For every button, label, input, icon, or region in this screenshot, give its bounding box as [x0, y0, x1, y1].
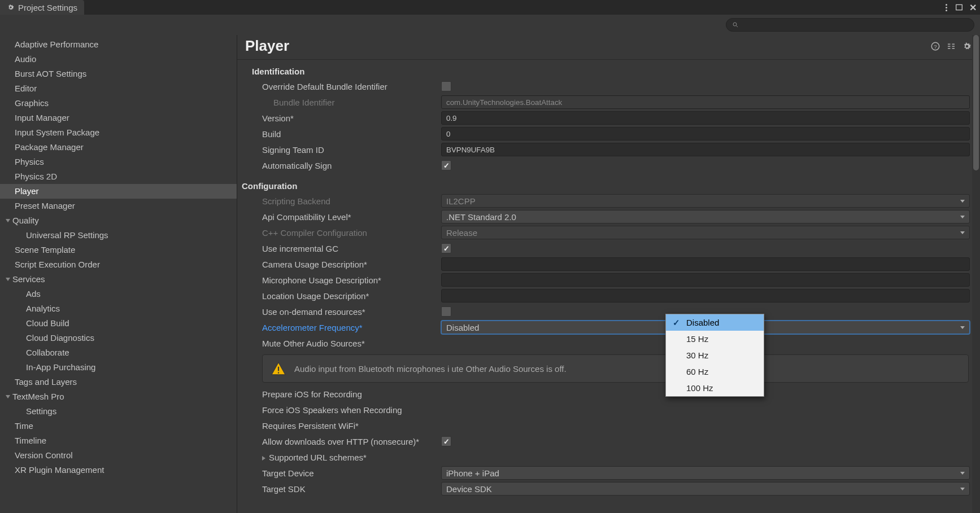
sidebar-group[interactable]: TextMesh Pro: [0, 389, 237, 404]
warning-box: Audio input from Bluetooth microphones i…: [262, 354, 969, 383]
sidebar-item[interactable]: Graphics: [0, 96, 237, 111]
auto-sign-checkbox[interactable]: [441, 160, 451, 170]
dropdown-option[interactable]: 100 Hz: [666, 380, 764, 396]
sidebar-item[interactable]: Editor: [0, 81, 237, 96]
help-icon[interactable]: ?: [930, 41, 940, 51]
label: Accelerometer Frequency*: [252, 323, 441, 332]
gear-icon: [7, 3, 15, 11]
camera-desc-input[interactable]: [441, 257, 970, 271]
dropdown-option[interactable]: 30 Hz: [666, 347, 764, 363]
sidebar-group[interactable]: Services: [0, 272, 237, 287]
row-auto-sign: Automatically Sign: [252, 157, 974, 173]
label: Version*: [252, 113, 441, 123]
label: Scripting Backend: [252, 196, 441, 206]
row-url-schemes: Supported URL schemes*: [252, 449, 974, 465]
sidebar-item[interactable]: Cloud Build: [0, 316, 237, 331]
maximize-icon[interactable]: [955, 3, 964, 12]
sidebar-label: TextMesh Pro: [12, 391, 64, 403]
sidebar-item[interactable]: Burst AOT Settings: [0, 67, 237, 81]
row-target-device: Target Device iPhone + iPad: [252, 465, 974, 481]
incremental-gc-checkbox[interactable]: [441, 243, 451, 253]
label: Microphone Usage Description*: [252, 275, 441, 285]
sidebar-item[interactable]: Package Manager: [0, 140, 237, 155]
row-accel-freq: Accelerometer Frequency* Disabled: [252, 319, 974, 335]
row-signing-team: Signing Team ID: [252, 142, 974, 157]
scroll-thumb[interactable]: [973, 35, 979, 170]
svg-rect-5: [278, 367, 279, 371]
sidebar-item[interactable]: Audio: [0, 52, 237, 67]
row-build: Build: [252, 126, 974, 142]
label: Mute Other Audio Sources*: [252, 339, 441, 348]
sidebar-item[interactable]: XR Plugin Management: [0, 463, 237, 477]
label: Target SDK: [252, 484, 441, 494]
sidebar-item[interactable]: Adaptive Performance: [0, 37, 237, 52]
sidebar-item[interactable]: Preset Manager: [0, 199, 237, 213]
sidebar-item[interactable]: Tags and Layers: [0, 375, 237, 389]
sidebar-item[interactable]: Script Execution Order: [0, 257, 237, 272]
target-sdk-dropdown[interactable]: Device SDK: [441, 482, 970, 496]
search-input[interactable]: [726, 18, 974, 32]
row-inc-gc: Use incremental GC: [252, 240, 974, 256]
sidebar-item[interactable]: Universal RP Settings: [0, 228, 237, 243]
signing-team-input[interactable]: [441, 143, 970, 156]
label: Prepare iOS for Recording: [252, 389, 441, 399]
mic-desc-input[interactable]: [441, 273, 970, 287]
content-scroll[interactable]: Identification Override Default Bundle I…: [237, 60, 980, 513]
label: Requires Persistent WiFi*: [252, 421, 441, 431]
window-tab-project-settings[interactable]: Project Settings: [0, 0, 84, 15]
sidebar-item[interactable]: Analytics: [0, 301, 237, 316]
label: Location Usage Description*: [252, 291, 441, 301]
chevron-down-icon: [6, 395, 10, 398]
sidebar-item[interactable]: Input System Package: [0, 125, 237, 140]
sidebar-item[interactable]: Cloud Diagnostics: [0, 331, 237, 345]
build-input[interactable]: [441, 127, 970, 141]
section-configuration: Configuration: [242, 173, 974, 193]
sidebar-item[interactable]: Collaborate: [0, 345, 237, 360]
sidebar-item[interactable]: In-App Purchasing: [0, 360, 237, 375]
vertical-scrollbar[interactable]: [972, 35, 980, 513]
dropdown-option[interactable]: 60 Hz: [666, 363, 764, 380]
override-bundle-checkbox[interactable]: [441, 81, 451, 91]
gear-icon[interactable]: [962, 41, 972, 51]
presets-icon[interactable]: [946, 41, 956, 51]
dropdown-option[interactable]: 15 Hz: [666, 331, 764, 347]
dropdown-option[interactable]: Disabled: [666, 314, 764, 331]
label: Camera Usage Description*: [252, 260, 441, 269]
api-compat-dropdown[interactable]: .NET Standard 2.0: [441, 210, 970, 223]
row-loc-desc: Location Usage Description*: [252, 288, 974, 304]
sidebar-item[interactable]: Time: [0, 419, 237, 433]
label: C++ Compiler Configuration: [252, 228, 441, 238]
allow-http-checkbox[interactable]: [441, 436, 451, 446]
sidebar-item[interactable]: Settings: [0, 404, 237, 419]
sidebar-group[interactable]: Quality: [0, 213, 237, 228]
sidebar-item[interactable]: Physics: [0, 155, 237, 169]
label[interactable]: Supported URL schemes*: [252, 453, 441, 462]
version-input[interactable]: [441, 111, 970, 125]
row-override-bundle: Override Default Bundle Identifier: [252, 78, 974, 94]
settings-sidebar: Adaptive PerformanceAudioBurst AOT Setti…: [0, 35, 237, 513]
close-icon[interactable]: ✕: [966, 2, 980, 13]
on-demand-checkbox[interactable]: [441, 306, 451, 317]
label: Target Device: [252, 468, 441, 478]
row-on-demand: Use on-demand resources*: [252, 304, 974, 319]
main-header: Player ?: [237, 35, 980, 60]
svg-rect-6: [278, 372, 279, 374]
search-icon: [732, 21, 739, 28]
row-version: Version*: [252, 110, 974, 126]
sidebar-item[interactable]: Scene Template: [0, 243, 237, 257]
accel-freq-popup[interactable]: Disabled15 Hz30 Hz60 Hz100 Hz: [665, 314, 764, 397]
foldout-icon[interactable]: [262, 456, 265, 461]
kebab-menu-icon[interactable]: [946, 4, 948, 11]
label: Allow downloads over HTTP (nonsecure)*: [252, 437, 441, 446]
sidebar-item[interactable]: Physics 2D: [0, 169, 237, 184]
row-force-speakers: Force iOS Speakers when Recording: [252, 402, 974, 418]
sidebar-item[interactable]: Input Manager: [0, 111, 237, 125]
label: Force iOS Speakers when Recording: [252, 405, 441, 415]
sidebar-item[interactable]: Version Control: [0, 448, 237, 463]
label: Use on-demand resources*: [252, 307, 441, 317]
loc-desc-input[interactable]: [441, 289, 970, 302]
target-device-dropdown[interactable]: iPhone + iPad: [441, 466, 970, 480]
sidebar-item[interactable]: Player: [0, 184, 237, 199]
sidebar-item[interactable]: Timeline: [0, 433, 237, 448]
sidebar-item[interactable]: Ads: [0, 287, 237, 301]
